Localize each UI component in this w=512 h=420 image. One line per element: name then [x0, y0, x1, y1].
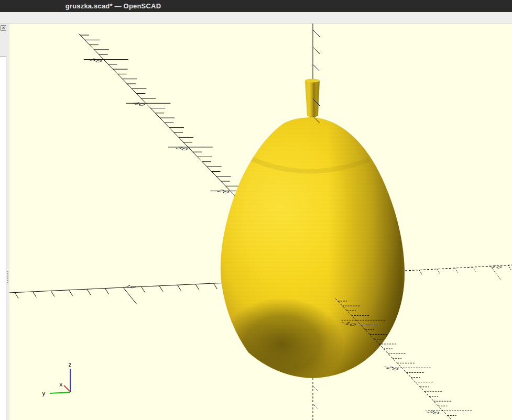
y-axis-label: y [42, 390, 46, 397]
axis-indicator: z x y [42, 361, 72, 397]
ruler-label: -20 [382, 365, 401, 371]
splitter-handle[interactable] [7, 271, 9, 283]
openscad-window: gruszka.scad* — OpenSCAD ✕ [0, 0, 512, 420]
axis-z-negative [313, 378, 318, 420]
ruler-label: 10 [123, 284, 138, 289]
window-title: gruszka.scad* — OpenSCAD [0, 2, 226, 10]
pear-stem [305, 81, 320, 118]
toolbar-strip [0, 12, 512, 24]
ruler-label: -10 [486, 264, 504, 269]
z-axis-label: z [68, 361, 72, 368]
editor-panel[interactable] [0, 56, 6, 420]
axis-x-positive [9, 283, 225, 304]
x-axis-label: x [59, 381, 63, 388]
ruler-label: 50 [88, 58, 105, 63]
window-titlebar: gruszka.scad* — OpenSCAD [0, 0, 512, 12]
x-axis-arrow [64, 385, 70, 392]
pear-model [199, 79, 407, 406]
3d-viewport[interactable]: 50 40 30 20 10 -10 -10 -20 -30 z x y [9, 24, 512, 420]
y-axis-arrow [50, 392, 70, 393]
ruler-label: -30 [422, 409, 442, 415]
close-icon[interactable]: ✕ [1, 25, 6, 31]
3d-scene: 50 40 30 20 10 -10 -10 -20 -30 z x y [9, 24, 512, 420]
ruler-label: 20 [215, 189, 232, 194]
axis-y-positive [79, 34, 255, 203]
editor-dock: ✕ [0, 24, 9, 420]
